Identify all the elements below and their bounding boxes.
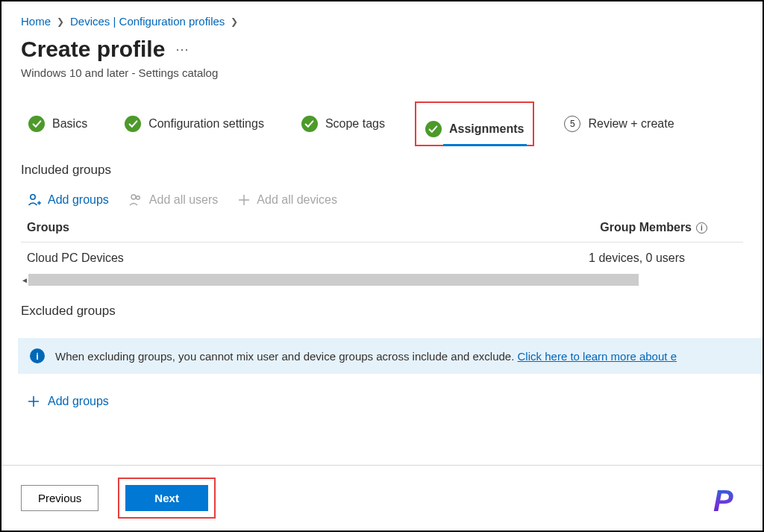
step-assignments[interactable]: Assignments <box>415 101 534 146</box>
included-actions: Add groups Add all users Add all devices <box>21 188 743 218</box>
check-icon <box>125 116 141 132</box>
check-icon <box>425 121 442 137</box>
step-label: Assignments <box>449 122 524 136</box>
add-all-devices-button[interactable]: Add all devices <box>237 193 337 207</box>
plus-icon <box>27 395 40 408</box>
add-groups-button[interactable]: Add groups <box>27 193 109 207</box>
included-groups-heading: Included groups <box>21 163 743 178</box>
page-subtitle: Windows 10 and later - Settings catalog <box>21 66 743 79</box>
plus-icon <box>237 193 251 207</box>
step-number-icon: 5 <box>564 116 580 132</box>
horizontal-scrollbar[interactable]: ◄ <box>21 274 743 286</box>
breadcrumb: Home ❯ Devices | Configuration profiles … <box>21 15 743 28</box>
action-label: Add all users <box>149 193 219 207</box>
info-icon: i <box>30 348 45 363</box>
excluded-add-groups-button[interactable]: Add groups <box>21 395 743 408</box>
banner-text: When excluding groups, you cannot mix us… <box>55 350 518 363</box>
breadcrumb-home[interactable]: Home <box>21 15 51 28</box>
chevron-right-icon: ❯ <box>231 16 238 27</box>
add-all-users-button[interactable]: Add all users <box>128 193 219 207</box>
step-config[interactable]: Configuration settings <box>117 108 272 140</box>
svg-point-0 <box>31 195 35 199</box>
check-icon <box>301 116 318 132</box>
step-label: Basics <box>52 117 87 131</box>
brand-logo: P <box>713 484 749 520</box>
wizard-footer: Previous Next <box>1 465 763 531</box>
col-group-members: Group Members <box>600 221 692 234</box>
step-label: Configuration settings <box>148 117 264 131</box>
check-icon <box>28 116 45 132</box>
step-label: Scope tags <box>325 117 385 131</box>
table-row[interactable]: Cloud PC Devices 1 devices, 0 users <box>21 242 743 274</box>
step-scope[interactable]: Scope tags <box>294 108 392 140</box>
action-label: Add groups <box>48 395 109 408</box>
page-title: Create profile <box>21 37 165 62</box>
groups-table-header: Groups Group Members i <box>21 218 743 242</box>
step-label: Review + create <box>588 117 674 131</box>
action-label: Add groups <box>48 193 109 207</box>
breadcrumb-devices[interactable]: Devices | Configuration profiles <box>70 15 225 28</box>
wizard-steps: Basics Configuration settings Scope tags… <box>21 101 743 146</box>
group-name-cell: Cloud PC Devices <box>27 251 124 265</box>
group-members-cell: 1 devices, 0 users <box>589 251 685 265</box>
svg-point-1 <box>131 195 136 199</box>
banner-learn-more-link[interactable]: Click here to learn more about e <box>518 350 677 363</box>
step-basics[interactable]: Basics <box>21 108 95 140</box>
info-banner: i When excluding groups, you cannot mix … <box>18 338 763 374</box>
step-review[interactable]: 5 Review + create <box>557 108 681 140</box>
people-icon <box>128 193 143 207</box>
previous-button[interactable]: Previous <box>21 485 98 511</box>
scroll-left-icon[interactable]: ◄ <box>21 274 28 286</box>
info-icon[interactable]: i <box>696 222 707 234</box>
col-groups: Groups <box>27 221 69 234</box>
chevron-right-icon: ❯ <box>57 16 64 27</box>
svg-point-2 <box>137 196 140 200</box>
excluded-groups-heading: Excluded groups <box>21 304 743 319</box>
more-icon[interactable]: ··· <box>175 42 189 57</box>
next-button[interactable]: Next <box>125 485 208 511</box>
person-plus-icon <box>27 193 42 207</box>
action-label: Add all devices <box>257 193 337 207</box>
